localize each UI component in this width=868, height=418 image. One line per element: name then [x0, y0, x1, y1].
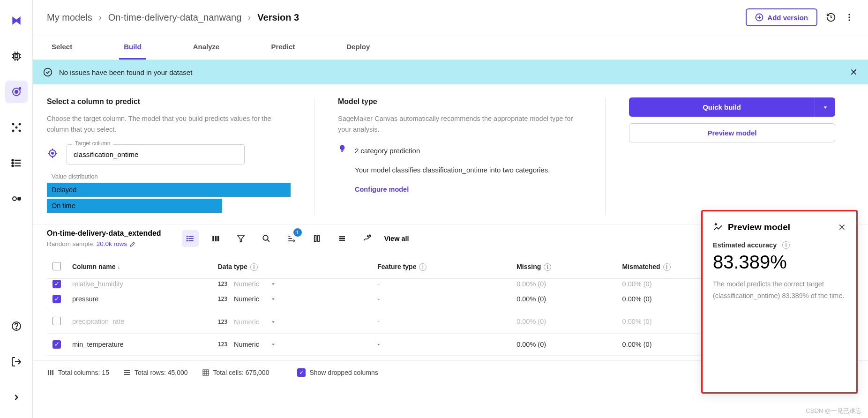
- chip-icon[interactable]: [5, 45, 28, 67]
- svg-point-53: [263, 235, 268, 240]
- model-category: 2 category prediction: [355, 144, 550, 157]
- breadcrumb-version: Version 3: [257, 12, 299, 23]
- model-desc: Your model classifies classification_ont…: [355, 164, 550, 176]
- list-view-icon[interactable]: [182, 230, 199, 247]
- expand-sidebar-icon[interactable]: [5, 386, 28, 409]
- svg-point-64: [369, 235, 370, 236]
- missing-value: 0.00% (0): [511, 310, 616, 333]
- dataset-name: On-time-delivery-data_extended: [47, 229, 161, 238]
- dataset-sample: Random sample: 20.0k rows: [47, 240, 161, 247]
- svg-rect-58: [314, 236, 316, 241]
- breadcrumb-root[interactable]: My models: [47, 12, 92, 23]
- rows-icon[interactable]: [334, 230, 351, 247]
- history-icon[interactable]: [826, 12, 836, 22]
- target-column-section: Select a column to predict Choose the ta…: [47, 97, 291, 215]
- search-icon[interactable]: [258, 230, 275, 247]
- record-icon[interactable]: [5, 187, 28, 210]
- svg-marker-70: [272, 321, 275, 323]
- svg-point-21: [12, 163, 13, 164]
- breadcrumb-model[interactable]: On-time-delivery-data_nanwang: [108, 12, 242, 23]
- svg-point-34: [44, 68, 52, 76]
- tab-predict[interactable]: Predict: [266, 35, 299, 60]
- svg-point-47: [187, 238, 187, 239]
- svg-point-11: [15, 90, 18, 93]
- data-type-select[interactable]: 123Numeric: [218, 295, 276, 303]
- configure-model-link[interactable]: Configure model: [355, 186, 582, 193]
- row-checkbox[interactable]: [52, 317, 61, 325]
- preview-title: Preview model: [728, 222, 790, 232]
- svg-point-23: [13, 197, 16, 201]
- help-icon[interactable]: [5, 315, 28, 337]
- view-all-link[interactable]: View all: [384, 235, 409, 242]
- total-rows: Total rows: 45,000: [123, 369, 188, 376]
- quick-build-dropdown[interactable]: [815, 97, 835, 117]
- target-column-input[interactable]: [67, 144, 245, 164]
- svg-rect-73: [50, 370, 52, 375]
- logo-icon[interactable]: [5, 9, 28, 32]
- svg-point-20: [12, 160, 13, 161]
- breadcrumb: My models › On-time-delivery-data_nanwan…: [47, 12, 299, 23]
- accuracy-desc: The model predicts the correct target (c…: [713, 278, 846, 301]
- svg-point-24: [17, 197, 21, 201]
- select-all-checkbox[interactable]: [52, 262, 61, 270]
- total-columns: Total columns: 15: [47, 369, 109, 376]
- sample-link[interactable]: 20.0k rows: [97, 240, 127, 247]
- preview-model-button[interactable]: Preview model: [629, 123, 835, 142]
- info-icon: i: [544, 263, 551, 271]
- quick-build-button[interactable]: Quick build: [629, 97, 815, 117]
- accuracy-label: Estimated accuracyi: [713, 241, 846, 249]
- list-icon[interactable]: [5, 152, 28, 174]
- trend-icon[interactable]: [359, 230, 376, 247]
- data-type-select[interactable]: 123Numeric: [218, 280, 276, 288]
- col-missing-header: Missingi: [511, 255, 616, 279]
- svg-point-26: [16, 328, 17, 329]
- close-icon[interactable]: ✕: [850, 67, 858, 78]
- grid-view-icon[interactable]: [207, 230, 224, 247]
- info-icon: i: [663, 263, 671, 271]
- row-checkbox[interactable]: [52, 340, 61, 349]
- svg-rect-0: [14, 53, 19, 59]
- row-checkbox[interactable]: [52, 295, 61, 303]
- target-nav-icon[interactable]: [5, 81, 28, 103]
- data-type-select[interactable]: 123Numeric: [218, 318, 276, 326]
- chevron-icon: ›: [99, 13, 102, 22]
- svg-point-48: [187, 240, 187, 241]
- data-type-select[interactable]: 123Numeric: [218, 341, 276, 348]
- tab-build[interactable]: Build: [119, 35, 146, 60]
- crosshair-icon: [47, 148, 58, 162]
- svg-marker-68: [272, 284, 275, 285]
- svg-rect-51: [217, 236, 219, 241]
- show-dropped-toggle[interactable]: Show dropped columns: [297, 368, 378, 377]
- tab-deploy[interactable]: Deploy: [342, 35, 374, 60]
- close-icon[interactable]: ✕: [838, 222, 846, 233]
- column-name: pressure: [67, 288, 212, 310]
- column-name: min_temperature: [67, 333, 212, 355]
- add-version-button[interactable]: Add version: [746, 8, 817, 26]
- target-subtitle: Choose the target column. The model that…: [47, 113, 291, 135]
- tab-select[interactable]: Select: [47, 35, 77, 60]
- target-input-label: Target column: [72, 140, 113, 147]
- chevron-icon: ›: [248, 13, 251, 22]
- logout-icon[interactable]: [5, 351, 28, 373]
- svg-point-32: [848, 16, 850, 18]
- kebab-icon[interactable]: [845, 13, 854, 22]
- col-feat-header: Feature typei: [372, 255, 511, 279]
- col-name-header[interactable]: Column name ↓: [67, 255, 212, 279]
- network-icon[interactable]: [5, 116, 28, 139]
- svg-point-13: [12, 123, 14, 126]
- build-actions: Quick build Preview model: [629, 97, 835, 215]
- missing-value: 0.00% (0): [511, 278, 616, 288]
- info-icon: i: [250, 263, 258, 271]
- svg-marker-71: [272, 344, 275, 346]
- svg-point-16: [18, 130, 21, 132]
- value-dist-label: Value distribution: [52, 173, 291, 180]
- preview-model-panel: Preview model ✕ Estimated accuracyi 83.3…: [701, 210, 858, 394]
- svg-rect-49: [212, 236, 214, 241]
- columns-icon[interactable]: [308, 230, 325, 247]
- filter-icon[interactable]: [232, 230, 249, 247]
- row-checkbox[interactable]: [52, 280, 61, 288]
- steps-icon[interactable]: [283, 230, 300, 247]
- distribution-bar: On time: [47, 199, 222, 213]
- column-name: relative_humidity: [67, 278, 212, 288]
- tab-analyze[interactable]: Analyze: [188, 35, 224, 60]
